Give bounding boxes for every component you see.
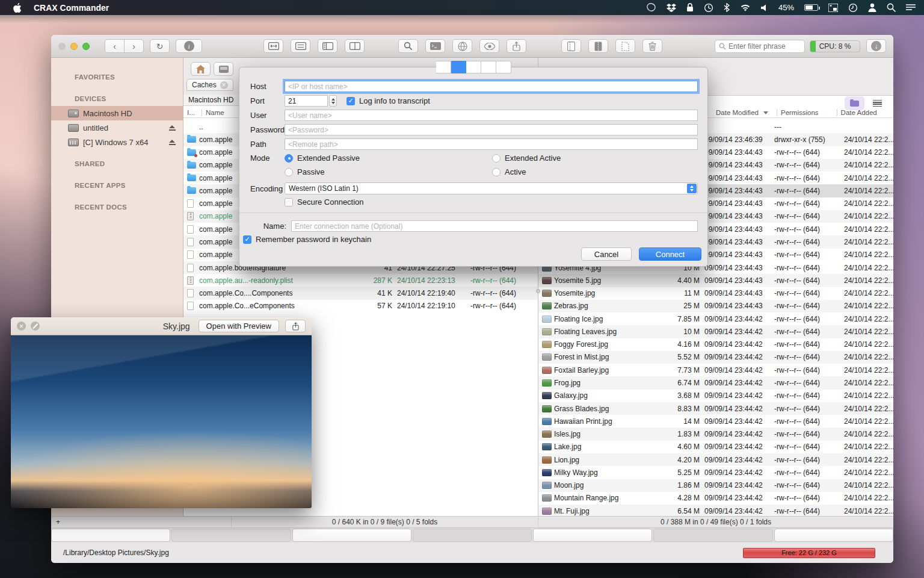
- mode-radio-option[interactable]: Extended Passive: [285, 154, 492, 163]
- port-stepper[interactable]: [329, 95, 337, 107]
- sidebar-item[interactable]: DEVICES: [51, 92, 183, 106]
- sidebar-item[interactable]: FAVORITES: [51, 70, 183, 84]
- table-row[interactable]: Foxtail Barley.jpg 7.73 M 09/09/14 23:44…: [538, 364, 893, 376]
- function-key-button[interactable]: [171, 529, 291, 542]
- search-toolbar-button[interactable]: [398, 39, 418, 53]
- column-date-modified[interactable]: Date Modified: [716, 109, 759, 116]
- remote-path-input[interactable]: [285, 138, 698, 150]
- protocol-tab[interactable]: [451, 61, 466, 73]
- extract-button[interactable]: [588, 39, 608, 53]
- trash-button[interactable]: [642, 39, 662, 53]
- table-row[interactable]: Isles.jpg 1.83 M 09/09/14 23:44:42 -rw-r…: [538, 427, 893, 440]
- eject-icon[interactable]: [169, 125, 176, 131]
- table-row[interactable]: Lion.jpg 4.20 M 09/09/14 23:44:42 -rw-r-…: [538, 453, 893, 466]
- terminal-button[interactable]: [425, 39, 445, 53]
- table-row[interactable]: Mountain Range.jpg 4.28 M 09/09/14 23:44…: [538, 492, 893, 505]
- table-row[interactable]: Floating Leaves.jpg 10 M 09/09/14 23:44:…: [538, 325, 893, 338]
- compress-button[interactable]: [561, 39, 581, 53]
- volume-icon[interactable]: [761, 4, 768, 11]
- protocol-tab[interactable]: [496, 61, 511, 73]
- secure-connection-checkbox[interactable]: [285, 198, 293, 207]
- sidebar-item[interactable]: Macintosh HD: [51, 106, 183, 120]
- encoding-select[interactable]: Western (ISO Latin 1): [285, 182, 698, 194]
- filter-input[interactable]: [728, 42, 798, 51]
- split-view-button[interactable]: [318, 39, 337, 53]
- column-permissions[interactable]: Permissions: [781, 109, 819, 116]
- sidebar-item[interactable]: RECENT DOCS: [51, 200, 183, 214]
- column-name[interactable]: Name: [206, 109, 224, 116]
- input-menu-icon[interactable]: [828, 4, 838, 12]
- table-row[interactable]: com.apple.au...-readonly.plist 287 K 24/…: [183, 274, 538, 287]
- function-key-button[interactable]: [292, 529, 411, 542]
- table-row[interactable]: Forest in Mist.jpg 5.52 M 09/09/14 23:44…: [538, 351, 893, 364]
- preview-block-icon[interactable]: [31, 322, 40, 331]
- brief-view-button[interactable]: [291, 39, 310, 53]
- log-transcript-checkbox[interactable]: ✓: [346, 97, 355, 105]
- table-row[interactable]: Foggy Forest.jpg 4.16 M 09/09/14 23:44:4…: [538, 338, 893, 351]
- network-button[interactable]: [452, 39, 472, 53]
- table-row[interactable]: Milky Way.jpg 5.25 M 09/09/14 23:44:42 -…: [538, 466, 893, 479]
- table-row[interactable]: Hawaiian Print.jpg 14 M 09/09/14 23:44:4…: [538, 415, 893, 427]
- search-icon[interactable]: [887, 3, 896, 12]
- eject-icon[interactable]: [169, 140, 176, 145]
- host-input[interactable]: [285, 81, 698, 92]
- bluetooth-icon[interactable]: [724, 3, 730, 12]
- table-row[interactable]: com.apple.Co....Components 41 K 24/10/14…: [183, 287, 538, 299]
- sidebar-item[interactable]: [C] Windows 7 x64: [51, 135, 183, 149]
- sidebar-item[interactable]: RECENT APPS: [51, 178, 183, 193]
- table-row[interactable]: com.apple.Co...eComponents 57 K 24/10/14…: [183, 300, 538, 312]
- function-key-button[interactable]: [533, 529, 652, 542]
- user-input[interactable]: [285, 110, 698, 121]
- function-key-button[interactable]: [51, 529, 170, 542]
- dropbox-icon[interactable]: [667, 4, 676, 12]
- open-with-preview-button[interactable]: Open with Preview: [199, 320, 279, 332]
- connection-name-input[interactable]: [291, 220, 698, 232]
- function-key-button[interactable]: [413, 529, 532, 542]
- disk-button[interactable]: [214, 62, 233, 76]
- transfers-button[interactable]: ↓: [866, 39, 886, 53]
- mode-radio-option[interactable]: Extended Active: [492, 154, 698, 163]
- connect-button[interactable]: Connect: [639, 247, 701, 261]
- active-app-name[interactable]: CRAX Commander: [34, 3, 109, 13]
- user-icon[interactable]: [868, 3, 876, 12]
- function-key-button[interactable]: [774, 529, 893, 542]
- table-row[interactable]: Yosemite.jpg 11 M 09/09/14 23:44:43 -rw-…: [538, 287, 893, 300]
- sky-image[interactable]: [11, 335, 312, 508]
- info-button[interactable]: i: [176, 39, 202, 53]
- cancel-button[interactable]: Cancel: [581, 247, 632, 261]
- table-row[interactable]: Frog.jpg 6.74 M 09/09/14 23:44:42 -rw-r-…: [538, 376, 893, 389]
- full-view-button[interactable]: [263, 39, 283, 53]
- password-input[interactable]: [285, 124, 698, 135]
- table-row[interactable]: Moon.jpg 1.86 M 09/09/14 23:44:42 -rw-r-…: [538, 479, 893, 492]
- sidebar-item[interactable]: untitled: [51, 120, 183, 135]
- clock-icon[interactable]: [848, 3, 858, 13]
- share-button[interactable]: [507, 39, 526, 53]
- table-row[interactable]: Floating Ice.jpg 7.85 M 09/09/14 23:44:4…: [538, 312, 893, 325]
- protocol-tab[interactable]: [466, 61, 481, 73]
- table-row[interactable]: Grass Blades.jpg 8.83 M 09/09/14 23:44:4…: [538, 402, 893, 415]
- shape-icon[interactable]: [646, 3, 656, 12]
- table-row[interactable]: Galaxy.jpg 3.68 M 09/09/14 23:44:42 -rw-…: [538, 390, 893, 402]
- back-button[interactable]: ‹: [105, 39, 125, 53]
- lock-icon[interactable]: [686, 3, 694, 12]
- wifi-icon[interactable]: [740, 4, 751, 11]
- table-row[interactable]: Zebras.jpg 25 M 09/09/14 23:44:43 -rw-r-…: [538, 300, 893, 312]
- table-row[interactable]: Yosemite 5.jpg 4.40 M 09/09/14 23:44:43 …: [538, 274, 893, 287]
- remember-password-checkbox[interactable]: ✓: [243, 235, 251, 244]
- preview-eye-button[interactable]: [479, 39, 499, 53]
- sidebar-item[interactable]: SHARED: [51, 157, 183, 171]
- window-minimize-button[interactable]: [70, 43, 78, 50]
- time-machine-icon[interactable]: [704, 3, 713, 13]
- port-input[interactable]: [285, 95, 328, 107]
- function-key-button[interactable]: [653, 529, 772, 542]
- window-zoom-button[interactable]: [82, 43, 90, 50]
- tab-caches[interactable]: Caches ✕: [186, 79, 233, 91]
- battery-icon[interactable]: [804, 4, 818, 11]
- mode-radio-option[interactable]: Active: [492, 167, 698, 176]
- table-row[interactable]: Mt. Fuji.jpg 6.54 M 09/09/14 23:44:42 -r…: [538, 505, 893, 516]
- column-icon[interactable]: I...: [183, 109, 198, 116]
- home-button[interactable]: [191, 62, 211, 76]
- tab-close-icon[interactable]: ✕: [220, 81, 228, 89]
- preview-share-button[interactable]: [285, 320, 306, 332]
- add-tab-button[interactable]: +: [51, 517, 232, 527]
